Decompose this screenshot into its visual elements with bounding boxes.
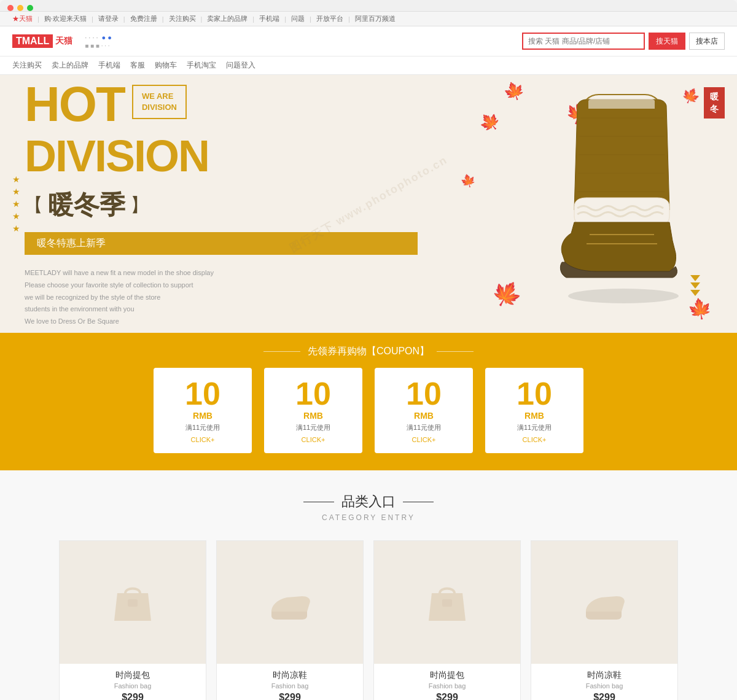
sec-nav-mobile2[interactable]: 手机淘宝 bbox=[187, 60, 216, 71]
svg-rect-1 bbox=[128, 599, 138, 607]
bracket-right: 】 bbox=[130, 193, 149, 218]
bracket-left: 【 bbox=[25, 193, 43, 218]
open-platform-link[interactable]: 开放平台 bbox=[316, 14, 343, 23]
follow-link[interactable]: 关注购买 bbox=[169, 14, 196, 23]
category-4-price: $299 bbox=[531, 692, 677, 700]
coupon-2-condition: 满11元使用 bbox=[279, 423, 348, 432]
category-3-image bbox=[374, 541, 520, 664]
secondary-nav: 关注购买 卖上的品牌 手机端 客服 购物车 手机淘宝 问题登入 bbox=[0, 56, 737, 75]
we-are-box: WE ARE DIVISION bbox=[132, 85, 187, 119]
sec-nav-service[interactable]: 客服 bbox=[130, 60, 145, 71]
category-grid: 时尚提包 Fashion bag $299 时尚凉鞋 Fashion bag $… bbox=[25, 540, 712, 700]
promo-banner[interactable]: 暖冬特惠上新季 bbox=[25, 232, 418, 255]
coupon-line-left bbox=[263, 351, 300, 352]
tmall-home-link[interactable]: ★天猫 bbox=[12, 14, 33, 23]
coupon-item-2[interactable]: 10 RMB 满11元使用 CLICK+ bbox=[264, 368, 362, 453]
sec-nav-follow[interactable]: 关注购买 bbox=[12, 60, 42, 71]
coupon-3-unit: RMB bbox=[389, 411, 458, 421]
category-4-name-en: Fashion bag bbox=[531, 682, 677, 692]
sec-nav-mobile[interactable]: 手机端 bbox=[98, 60, 120, 71]
search-area: 搜天猫 搜本店 bbox=[522, 33, 725, 50]
category-1-name-cn: 时尚提包 bbox=[60, 664, 206, 682]
svg-rect-2 bbox=[442, 599, 452, 607]
category-title-cn-text: 品类入口 bbox=[341, 492, 396, 511]
bag-icon-1 bbox=[108, 578, 157, 627]
warm-badge: 暖 冬 bbox=[704, 87, 725, 119]
coupon-1-click[interactable]: CLICK+ bbox=[168, 436, 237, 443]
coupon-3-click[interactable]: CLICK+ bbox=[389, 436, 458, 443]
coupon-4-click[interactable]: CLICK+ bbox=[500, 436, 569, 443]
hot-title-area: HOT WE ARE DIVISION bbox=[25, 80, 418, 129]
banner-section: 图行天下 www.photophoto.cn ★ ★ ★ ★ ★ HOT WE … bbox=[0, 75, 737, 333]
category-2-price: $299 bbox=[217, 692, 363, 700]
coupon-2-click[interactable]: CLICK+ bbox=[279, 436, 348, 443]
category-3-price: $299 bbox=[374, 692, 520, 700]
header: TMALL 天猫 · · · · ● ● ■ ■ ■ · · · 搜天猫 搜本店 bbox=[0, 26, 737, 56]
browser-chrome bbox=[0, 0, 737, 12]
division-main-text: DIVISION bbox=[25, 134, 418, 178]
boot-svg bbox=[522, 87, 719, 308]
category-2-image bbox=[217, 541, 363, 664]
coupon-item-1[interactable]: 10 RMB 满11元使用 CLICK+ bbox=[154, 368, 252, 453]
chinese-title-text: 暖冬季 bbox=[48, 188, 125, 222]
coupon-item-4[interactable]: 10 RMB 满11元使用 CLICK+ bbox=[485, 368, 583, 453]
tmall-cn-text: 天猫 bbox=[55, 36, 72, 47]
category-card-3[interactable]: 时尚提包 Fashion bag $299 bbox=[373, 540, 521, 700]
category-3-name-cn: 时尚提包 bbox=[374, 664, 520, 682]
brand-link[interactable]: 卖家上的品牌 bbox=[207, 14, 248, 23]
welcome-link[interactable]: 购·欢迎来天猫 bbox=[44, 14, 87, 23]
coupons-grid: 10 RMB 满11元使用 CLICK+ 10 RMB 满11元使用 CLICK… bbox=[25, 368, 712, 453]
browser-maximize-dot bbox=[27, 5, 33, 11]
top-nav: ★天猫 | 购·欢迎来天猫 | 请登录 | 免费注册 | 关注购买 | 卖家上的… bbox=[0, 12, 737, 26]
svg-point-0 bbox=[568, 289, 679, 303]
bag-icon-2 bbox=[423, 578, 472, 627]
sec-nav-help[interactable]: 问题登入 bbox=[226, 60, 255, 71]
category-1-image bbox=[60, 541, 206, 664]
category-1-name-en: Fashion bag bbox=[60, 682, 206, 692]
banner-right: 暖 冬 🍁 🍁 🍁 🍁 🍁 🍁 🍁 bbox=[442, 75, 737, 333]
category-card-1[interactable]: 时尚提包 Fashion bag $299 bbox=[59, 540, 206, 700]
coupon-line-right bbox=[437, 351, 474, 352]
login-link[interactable]: 请登录 bbox=[98, 14, 119, 23]
help-link[interactable]: 问题 bbox=[291, 14, 305, 23]
leaf-7: 🍁 bbox=[459, 171, 477, 190]
coupon-3-amount: 10 bbox=[389, 378, 458, 410]
section-title: 品类入口 CATEGORY ENTRY bbox=[25, 492, 712, 522]
coupon-2-amount: 10 bbox=[279, 378, 348, 410]
category-card-4[interactable]: 时尚凉鞋 Fashion bag $299 bbox=[531, 540, 678, 700]
title-line-right bbox=[403, 502, 434, 502]
coupon-title-text: 先领券再购物【COUPON】 bbox=[308, 345, 429, 358]
search-button[interactable]: 搜天猫 bbox=[649, 33, 685, 50]
mobile-link[interactable]: 手机端 bbox=[259, 14, 279, 23]
banner-left: HOT WE ARE DIVISION DIVISION 【 暖冬季 】 暖冬特… bbox=[0, 75, 442, 333]
coupon-1-unit: RMB bbox=[168, 411, 237, 421]
shoe-icon-1 bbox=[265, 578, 314, 627]
leaf-4: 🍁 bbox=[486, 274, 528, 314]
store-name: · · · · ● ● ■ ■ ■ · · · bbox=[85, 34, 112, 49]
category-2-name-cn: 时尚凉鞋 bbox=[217, 664, 363, 682]
coupon-title: 先领券再购物【COUPON】 bbox=[25, 345, 712, 358]
coupon-1-condition: 满11元使用 bbox=[168, 423, 237, 432]
category-title-en: CATEGORY ENTRY bbox=[25, 513, 712, 522]
register-link[interactable]: 免费注册 bbox=[130, 14, 157, 23]
coupon-4-condition: 满11元使用 bbox=[500, 423, 569, 432]
search-input[interactable] bbox=[522, 33, 645, 50]
alibaba-link[interactable]: 阿里百万频道 bbox=[355, 14, 396, 23]
leaf-3: 🍁 bbox=[475, 107, 504, 137]
tmall-logo-text: TMALL bbox=[12, 34, 53, 48]
boot-image bbox=[522, 87, 719, 308]
coupon-4-unit: RMB bbox=[500, 411, 569, 421]
search-store-button[interactable]: 搜本店 bbox=[689, 33, 725, 50]
coupon-item-3[interactable]: 10 RMB 满11元使用 CLICK+ bbox=[375, 368, 473, 453]
banner-description: MEETLADY will have a new fit a new model… bbox=[25, 267, 233, 328]
section-title-cn: 品类入口 bbox=[25, 492, 712, 511]
category-card-2[interactable]: 时尚凉鞋 Fashion bag $299 bbox=[216, 540, 364, 700]
coupon-2-unit: RMB bbox=[279, 411, 348, 421]
coupon-4-amount: 10 bbox=[500, 378, 569, 410]
sec-nav-brand[interactable]: 卖上的品牌 bbox=[52, 60, 88, 71]
coupon-section: 先领券再购物【COUPON】 10 RMB 满11元使用 CLICK+ 10 R… bbox=[0, 333, 737, 470]
category-3-name-en: Fashion bag bbox=[374, 682, 520, 692]
hot-text: HOT bbox=[25, 80, 125, 129]
category-4-name-cn: 时尚凉鞋 bbox=[531, 664, 677, 682]
sec-nav-cart[interactable]: 购物车 bbox=[155, 60, 177, 71]
